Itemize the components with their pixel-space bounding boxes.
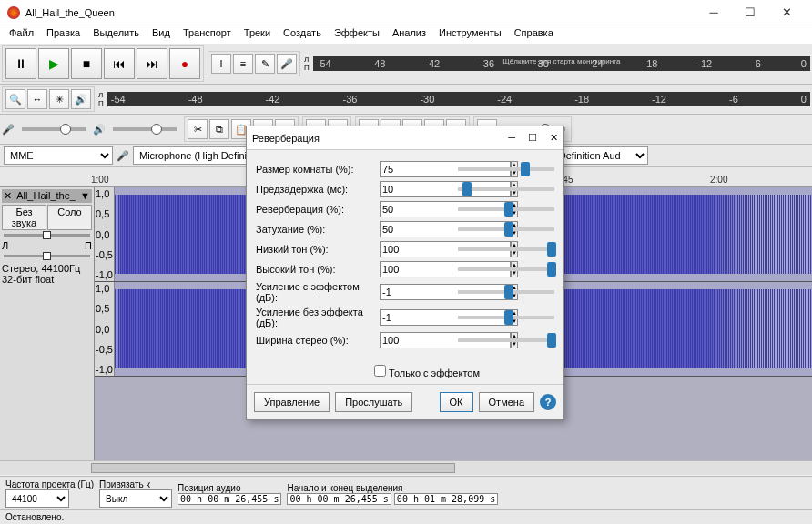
tools-toolbar: I ≡ ✎ 🎤 bbox=[208, 51, 300, 76]
track-name[interactable]: All_Hail_the_ bbox=[16, 190, 76, 202]
param-slider-2[interactable] bbox=[458, 207, 554, 211]
mic-tool-icon[interactable]: 🎤 bbox=[277, 54, 297, 74]
param-slider-1[interactable] bbox=[458, 187, 554, 191]
param-label-2: Реверберация (%): bbox=[256, 204, 374, 215]
pause-button[interactable]: ⏸ bbox=[5, 48, 36, 79]
multi-tool-icon[interactable]: ✳ bbox=[49, 89, 69, 109]
track-format-info: Стерео, 44100Гц bbox=[2, 263, 92, 274]
copy-icon[interactable]: ⧉ bbox=[209, 119, 229, 139]
output-volume-slider[interactable] bbox=[113, 127, 177, 131]
selection-end-field[interactable]: 00 h 01 m 28,099 s bbox=[394, 493, 498, 505]
minimize-button[interactable]: ─ bbox=[695, 5, 732, 19]
track-close-icon[interactable]: ✕ bbox=[4, 190, 12, 202]
manage-button[interactable]: Управление bbox=[254, 392, 330, 412]
draw-tool-icon[interactable]: ✎ bbox=[255, 54, 275, 74]
audio-position-label: Позиция аудио bbox=[178, 483, 240, 493]
dialog-title: Реверберация bbox=[252, 133, 320, 144]
stop-button[interactable]: ■ bbox=[71, 48, 102, 79]
titlebar: All_Hail_the_Queen ─ ☐ ✕ bbox=[0, 0, 812, 25]
param-slider-7[interactable] bbox=[458, 316, 554, 319]
param-slider-8[interactable] bbox=[458, 338, 554, 342]
param-label-8: Ширина стерео (%): bbox=[256, 335, 374, 346]
param-label-3: Затухание (%): bbox=[256, 224, 374, 235]
track-control-panel: ✕ All_Hail_the_ ▼ Без звука Соло ЛП Стер… bbox=[0, 187, 95, 460]
selection-toolbar: Частота проекта (Гц) 44100 Привязать к В… bbox=[0, 476, 812, 509]
timeshift-tool-icon[interactable]: ↔ bbox=[27, 89, 47, 109]
param-label-5: Высокий тон (%): bbox=[256, 264, 374, 275]
app-icon bbox=[7, 6, 20, 19]
selection-start-field[interactable]: 00 h 00 m 26,455 s bbox=[287, 493, 391, 505]
rec-meter-label: ЛП bbox=[304, 55, 310, 72]
zoom-tool-icon[interactable]: 🔍 bbox=[5, 89, 25, 109]
mic-device-icon: 🎤 bbox=[117, 150, 129, 162]
toolbar-row-2: 🔍 ↔ ✳ 🔊 ЛП -54-48-42-36-30-24-18-12-60 bbox=[0, 85, 812, 115]
menubar: ФайлПравкаВыделитьВидТранспортТрекиСозда… bbox=[0, 25, 812, 44]
horizontal-scrollbar[interactable] bbox=[0, 460, 812, 475]
reverb-dialog: Реверберация ─ ☐ ✕ Размер комнаты (%):▲▼… bbox=[246, 126, 564, 420]
toolbar-row-1: ⏸ ▶ ■ ⏮ ⏭ ● I ≡ ✎ 🎤 ЛП -54-48-42-36-30-2… bbox=[0, 44, 812, 85]
play-meter-label: ЛП bbox=[98, 91, 104, 107]
bottom-bars: Частота проекта (Гц) 44100 Привязать к В… bbox=[0, 476, 812, 524]
menu-Вид[interactable]: Вид bbox=[147, 25, 176, 44]
param-slider-0[interactable] bbox=[458, 167, 554, 171]
record-meter[interactable]: -54-48-42-36-30-24-18-12-60 Щёлкните для… bbox=[313, 56, 810, 71]
ok-button[interactable]: ОК bbox=[440, 392, 473, 412]
audio-position-field[interactable]: 00 h 00 m 26,455 s bbox=[178, 493, 281, 505]
dialog-minimize-icon[interactable]: ─ bbox=[508, 132, 515, 144]
record-button[interactable]: ● bbox=[169, 48, 200, 79]
envelope-tool-icon[interactable]: ≡ bbox=[233, 54, 253, 74]
host-select[interactable]: MME bbox=[4, 146, 113, 165]
menu-Эффекты[interactable]: Эффекты bbox=[329, 25, 385, 44]
pan-slider[interactable] bbox=[4, 255, 90, 257]
dialog-close-icon[interactable]: ✕ bbox=[550, 132, 558, 144]
param-slider-4[interactable] bbox=[458, 247, 554, 251]
project-rate-select[interactable]: 44100 bbox=[5, 489, 69, 508]
wet-only-checkbox[interactable] bbox=[374, 365, 386, 377]
menu-Выделить[interactable]: Выделить bbox=[87, 25, 145, 44]
wet-only-label: Только с эффектом bbox=[389, 368, 480, 378]
param-slider-3[interactable] bbox=[458, 227, 554, 231]
status-bar: Остановлено. bbox=[0, 509, 812, 524]
transport-toolbar: ⏸ ▶ ■ ⏮ ⏭ ● bbox=[2, 45, 204, 82]
cut-icon[interactable]: ✂ bbox=[188, 119, 208, 139]
cancel-button[interactable]: Отмена bbox=[479, 392, 534, 412]
param-slider-6[interactable] bbox=[458, 290, 554, 294]
menu-Файл[interactable]: Файл bbox=[4, 25, 39, 44]
snap-label: Привязать к bbox=[99, 479, 150, 489]
input-volume-slider[interactable] bbox=[22, 127, 86, 131]
track-menu-icon[interactable]: ▼ bbox=[80, 190, 90, 202]
param-label-7: Усиление без эффекта (дБ): bbox=[256, 307, 374, 328]
gain-slider[interactable] bbox=[4, 234, 90, 237]
param-label-6: Усиление с эффектом (дБ): bbox=[256, 281, 374, 303]
mic-icon: 🎤 bbox=[2, 124, 15, 136]
track-bit-info: 32-бит float bbox=[2, 274, 92, 285]
playback-meter[interactable]: -54-48-42-36-30-24-18-12-60 bbox=[107, 92, 810, 106]
play-button[interactable]: ▶ bbox=[38, 48, 69, 79]
close-button[interactable]: ✕ bbox=[768, 5, 805, 19]
solo-button[interactable]: Соло bbox=[47, 205, 92, 230]
mute-button[interactable]: Без звука bbox=[2, 205, 46, 230]
dialog-maximize-icon[interactable]: ☐ bbox=[528, 132, 537, 144]
preview-button[interactable]: Прослушать bbox=[335, 392, 412, 412]
menu-Инструменты[interactable]: Инструменты bbox=[433, 25, 507, 44]
meter-hint: Щёлкните для старта мониторинга bbox=[502, 57, 620, 66]
project-rate-label: Частота проекта (Гц) bbox=[5, 479, 94, 489]
param-label-4: Низкий тон (%): bbox=[256, 244, 374, 255]
menu-Создать[interactable]: Создать bbox=[278, 25, 327, 44]
speaker-tool-icon[interactable]: 🔊 bbox=[71, 89, 91, 109]
menu-Справка[interactable]: Справка bbox=[509, 25, 559, 44]
skip-end-button[interactable]: ⏭ bbox=[137, 48, 167, 79]
maximize-button[interactable]: ☐ bbox=[732, 5, 768, 19]
menu-Треки[interactable]: Треки bbox=[239, 25, 276, 44]
speaker-icon: 🔊 bbox=[93, 124, 106, 136]
param-slider-5[interactable] bbox=[458, 267, 554, 271]
menu-Транспорт[interactable]: Транспорт bbox=[178, 25, 237, 44]
param-label-1: Предзадержка (мс): bbox=[256, 184, 374, 195]
menu-Правка[interactable]: Правка bbox=[41, 25, 86, 44]
skip-start-button[interactable]: ⏮ bbox=[104, 48, 135, 79]
menu-Анализ[interactable]: Анализ bbox=[387, 25, 431, 44]
help-icon[interactable]: ? bbox=[540, 394, 556, 410]
snap-select[interactable]: Выкл bbox=[99, 489, 172, 508]
selection-tool-icon[interactable]: I bbox=[211, 54, 231, 74]
selection-label: Начало и конец выделения bbox=[287, 483, 402, 493]
